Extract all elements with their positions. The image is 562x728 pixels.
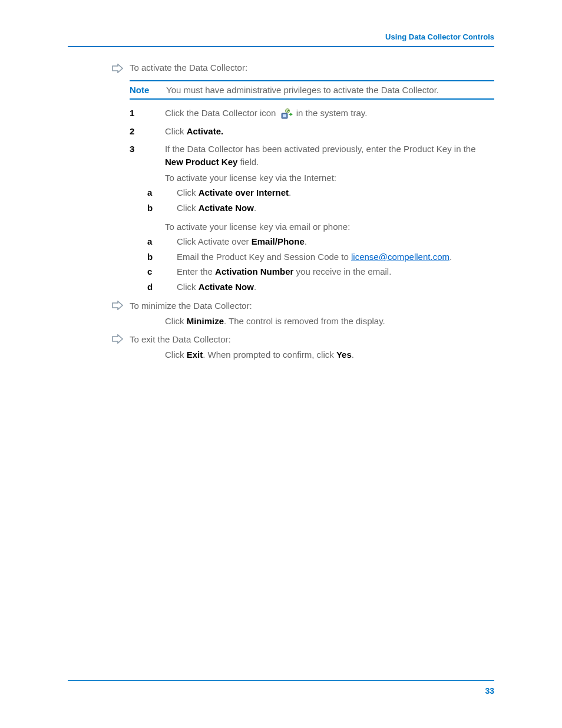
- section-activate-title: To activate the Data Collector:: [130, 62, 247, 73]
- step-body: Click Activate.: [165, 125, 494, 138]
- substep-c: c Enter the Activation Number you receiv…: [147, 265, 494, 278]
- step-2: 2 Click Activate.: [130, 125, 494, 138]
- section-activate: To activate the Data Collector:: [112, 62, 494, 75]
- substep-body: Click Activate Now.: [177, 202, 494, 215]
- text: . When prompted to confirm, click: [203, 350, 336, 360]
- svg-point-2: [285, 109, 289, 113]
- substep-body: Click Activate Now.: [177, 281, 494, 294]
- substep-b: b Click Activate Now.: [147, 202, 494, 215]
- substep-a: a Click Activate over Email/Phone.: [147, 235, 494, 248]
- text: . The control is removed from the displa…: [224, 316, 385, 326]
- bold-text: New Product Key: [165, 157, 237, 167]
- text: Click the Data Collector icon: [165, 108, 279, 118]
- text: .: [289, 187, 291, 197]
- note-text: You must have administrative privileges …: [166, 85, 494, 95]
- text: Click: [165, 350, 187, 360]
- step-marker: 3: [130, 143, 165, 156]
- letter-marker: b: [147, 251, 177, 263]
- text: Click: [165, 316, 187, 326]
- text: field.: [237, 157, 259, 167]
- page-number: 33: [485, 686, 494, 696]
- text: in the system tray.: [296, 108, 368, 118]
- substep-d: d Click Activate Now.: [147, 281, 494, 294]
- section-exit: To exit the Data Collector: Click Exit. …: [112, 333, 494, 361]
- section-minimize-title: To minimize the Data Collector:: [130, 299, 494, 312]
- bold-text: Exit: [187, 350, 203, 360]
- step-1: 1 Click the Data Collector icon in the s…: [130, 107, 494, 120]
- text: Click: [177, 187, 199, 197]
- text: you receive in the email.: [293, 266, 391, 276]
- sub-intro-email: To activate your license key via email o…: [165, 222, 494, 232]
- footer-rule: [68, 680, 494, 681]
- header-section-title: Using Data Collector Controls: [385, 32, 494, 41]
- substep-b: b Email the Product Key and Session Code…: [147, 251, 494, 263]
- letter-marker: b: [147, 202, 177, 215]
- text: Email the Product Key and Session Code t…: [177, 252, 351, 262]
- text: If the Data Collector has been activated…: [165, 144, 476, 154]
- section-exit-title: To exit the Data Collector:: [130, 333, 494, 346]
- exit-body: Click Exit. When prompted to confirm, cl…: [165, 348, 494, 361]
- text: .: [449, 252, 452, 262]
- substep-body: Click Activate over Email/Phone.: [177, 235, 494, 248]
- section-minimize: To minimize the Data Collector: Click Mi…: [112, 299, 494, 328]
- arrow-right-icon: [112, 64, 124, 73]
- letter-marker: c: [147, 265, 177, 278]
- text: Click Activate over: [177, 236, 252, 246]
- bold-text: Email/Phone: [252, 236, 305, 246]
- svg-rect-1: [283, 114, 286, 117]
- substep-body: Enter the Activation Number you receive …: [177, 265, 494, 278]
- letter-list-internet: a Click Activate over Internet. b Click …: [147, 186, 494, 215]
- bold-text: Activate Now: [199, 282, 254, 292]
- substep-body: Click Activate over Internet.: [177, 186, 494, 199]
- arrow-right-icon: [112, 334, 124, 344]
- substep-a: a Click Activate over Internet.: [147, 186, 494, 199]
- minimize-body: Click Minimize. The control is removed f…: [165, 315, 494, 328]
- letter-marker: d: [147, 281, 177, 294]
- note-label: Note: [130, 85, 166, 95]
- text: Enter the: [177, 266, 215, 276]
- text: .: [254, 203, 256, 213]
- bold-text: Activate over Internet: [199, 187, 289, 197]
- bold-text: Activation Number: [215, 266, 293, 276]
- bold-text: Activate.: [187, 126, 224, 136]
- bold-text: Yes: [336, 350, 352, 360]
- data-collector-tray-icon: [280, 107, 293, 120]
- text: Click: [165, 126, 187, 136]
- text: .: [305, 236, 307, 246]
- letter-marker: a: [147, 186, 177, 199]
- letter-list-email: a Click Activate over Email/Phone. b Ema…: [147, 235, 494, 294]
- bold-text: Minimize: [187, 316, 224, 326]
- sub-intro-internet: To activate your license key via the Int…: [165, 173, 494, 183]
- numbered-list: 1 Click the Data Collector icon in the s…: [130, 107, 494, 168]
- text: .: [254, 282, 256, 292]
- bold-text: Activate Now: [199, 203, 254, 213]
- note-box: Note You must have administrative privil…: [130, 80, 494, 100]
- email-link[interactable]: license@compellent.com: [351, 252, 449, 262]
- substep-body: Email the Product Key and Session Code t…: [177, 251, 494, 263]
- letter-marker: a: [147, 235, 177, 248]
- header-rule: [68, 46, 494, 47]
- step-marker: 2: [130, 125, 165, 138]
- text: Click: [177, 282, 199, 292]
- step-3: 3 If the Data Collector has been activat…: [130, 143, 494, 169]
- text: Click: [177, 203, 199, 213]
- page-content: To activate the Data Collector: Note You…: [112, 58, 494, 361]
- arrow-right-icon: [112, 301, 124, 310]
- text: .: [352, 350, 354, 360]
- step-marker: 1: [130, 107, 165, 120]
- note-rule-bottom: [130, 98, 494, 100]
- step-body: If the Data Collector has been activated…: [165, 143, 494, 169]
- step-body: Click the Data Collector icon in the sys…: [165, 107, 494, 120]
